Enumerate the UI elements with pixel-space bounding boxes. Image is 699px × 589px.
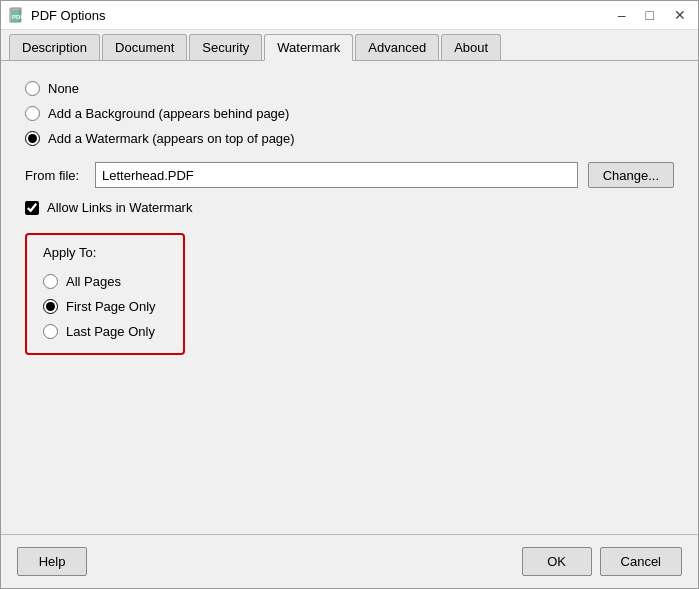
tab-description[interactable]: Description xyxy=(9,34,100,60)
footer: Help OK Cancel xyxy=(1,534,698,588)
none-radio[interactable] xyxy=(25,81,40,96)
footer-right: OK Cancel xyxy=(522,547,682,576)
tab-security[interactable]: Security xyxy=(189,34,262,60)
minimize-button[interactable]: – xyxy=(614,8,630,22)
watermark-type-group: None Add a Background (appears behind pa… xyxy=(25,81,674,146)
help-button[interactable]: Help xyxy=(17,547,87,576)
watermark-radio[interactable] xyxy=(25,131,40,146)
first-page-radio-item[interactable]: First Page Only xyxy=(43,299,167,314)
pdf-icon: PDF xyxy=(9,7,25,23)
tab-about[interactable]: About xyxy=(441,34,501,60)
apply-to-box: Apply To: All Pages First Page Only Last… xyxy=(25,233,185,355)
tab-watermark[interactable]: Watermark xyxy=(264,34,353,61)
last-page-radio[interactable] xyxy=(43,324,58,339)
from-file-input[interactable] xyxy=(95,162,578,188)
background-label: Add a Background (appears behind page) xyxy=(48,106,289,121)
all-pages-radio[interactable] xyxy=(43,274,58,289)
title-bar: PDF PDF Options – □ ✕ xyxy=(1,1,698,30)
svg-text:PDF: PDF xyxy=(12,14,24,20)
allow-links-checkbox[interactable] xyxy=(25,201,39,215)
window-controls: – □ ✕ xyxy=(614,8,690,22)
none-radio-item[interactable]: None xyxy=(25,81,674,96)
close-button[interactable]: ✕ xyxy=(670,8,690,22)
change-button[interactable]: Change... xyxy=(588,162,674,188)
background-radio[interactable] xyxy=(25,106,40,121)
first-page-radio[interactable] xyxy=(43,299,58,314)
watermark-label: Add a Watermark (appears on top of page) xyxy=(48,131,295,146)
allow-links-row: Allow Links in Watermark xyxy=(25,200,674,215)
tab-advanced[interactable]: Advanced xyxy=(355,34,439,60)
first-page-label: First Page Only xyxy=(66,299,156,314)
window-title: PDF Options xyxy=(31,8,614,23)
background-radio-item[interactable]: Add a Background (appears behind page) xyxy=(25,106,674,121)
all-pages-radio-item[interactable]: All Pages xyxy=(43,274,167,289)
none-label: None xyxy=(48,81,79,96)
cancel-button[interactable]: Cancel xyxy=(600,547,682,576)
pdf-options-window: PDF PDF Options – □ ✕ Description Docume… xyxy=(0,0,699,589)
ok-button[interactable]: OK xyxy=(522,547,592,576)
maximize-button[interactable]: □ xyxy=(642,8,658,22)
allow-links-label: Allow Links in Watermark xyxy=(47,200,192,215)
tab-bar: Description Document Security Watermark … xyxy=(1,30,698,61)
all-pages-label: All Pages xyxy=(66,274,121,289)
last-page-radio-item[interactable]: Last Page Only xyxy=(43,324,167,339)
from-file-label: From file: xyxy=(25,168,85,183)
from-file-row: From file: Change... xyxy=(25,162,674,188)
tab-document[interactable]: Document xyxy=(102,34,187,60)
apply-to-label: Apply To: xyxy=(43,245,167,260)
content-area: None Add a Background (appears behind pa… xyxy=(1,61,698,534)
watermark-radio-item[interactable]: Add a Watermark (appears on top of page) xyxy=(25,131,674,146)
last-page-label: Last Page Only xyxy=(66,324,155,339)
